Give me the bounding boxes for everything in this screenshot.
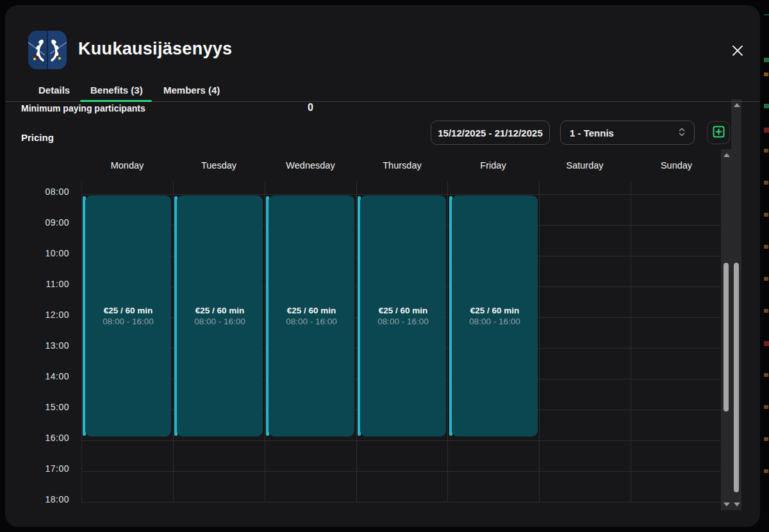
scroll-down-icon[interactable] xyxy=(734,503,740,506)
time-label: 09:00 xyxy=(24,217,69,228)
modal-scrollbar[interactable] xyxy=(731,99,741,510)
background-artifact xyxy=(764,277,768,281)
min-participants-value: 0 xyxy=(308,102,313,113)
day-header-thursday: Thursday xyxy=(356,160,448,170)
day-header-tuesday: Tuesday xyxy=(173,160,265,170)
resource-select[interactable]: 1 - Tennis xyxy=(560,121,695,145)
resource-select-value: 1 - Tennis xyxy=(570,128,614,138)
event-hours: 08:00 - 16:00 xyxy=(103,317,154,326)
event-body: €25 / 60 min 08:00 - 16:00 xyxy=(177,195,263,436)
day-header-friday: Friday xyxy=(447,160,539,170)
time-label: 13:00 xyxy=(24,340,69,351)
background-artifact xyxy=(764,437,768,441)
background-artifact xyxy=(764,58,769,62)
grid-line xyxy=(81,181,82,502)
event-body: €25 / 60 min 08:00 - 16:00 xyxy=(85,195,171,436)
time-label: 15:00 xyxy=(24,402,69,412)
pricing-event-monday[interactable]: €25 / 60 min 08:00 - 16:00 xyxy=(83,195,171,436)
tab-details[interactable]: Details xyxy=(38,85,70,96)
background-artifact xyxy=(764,405,768,409)
club-logo xyxy=(28,31,67,69)
event-price: €25 / 60 min xyxy=(287,306,336,315)
grid-line xyxy=(631,181,631,502)
background-artifact xyxy=(764,149,768,153)
background-artifact xyxy=(764,469,768,473)
pricing-event-tuesday[interactable]: €25 / 60 min 08:00 - 16:00 xyxy=(174,195,263,436)
tab-members[interactable]: Members (4) xyxy=(163,85,220,96)
modal-scrollbar-thumb[interactable] xyxy=(734,263,739,492)
day-header-wednesday: Wednesday xyxy=(265,160,356,170)
add-pricing-button[interactable] xyxy=(707,121,730,144)
tab-benefits[interactable]: Benefits (3) xyxy=(90,85,143,96)
background-artifact xyxy=(764,309,768,313)
day-header-sunday: Sunday xyxy=(631,160,722,170)
event-body: €25 / 60 min 08:00 - 16:00 xyxy=(452,195,538,436)
grid-line xyxy=(356,181,357,502)
day-header-monday: Monday xyxy=(81,160,173,170)
min-participants-label: Minimum paying participants xyxy=(21,103,145,113)
time-label: 17:00 xyxy=(24,463,69,474)
time-label: 08:00 xyxy=(24,187,69,197)
time-label: 12:00 xyxy=(24,310,69,320)
grid-line xyxy=(539,181,540,502)
grid-line xyxy=(81,194,722,195)
plus-square-icon xyxy=(713,126,725,140)
scroll-up-icon[interactable] xyxy=(724,153,730,157)
event-price: €25 / 60 min xyxy=(379,306,428,315)
grid-line xyxy=(81,502,722,503)
pricing-event-friday[interactable]: €25 / 60 min 08:00 - 16:00 xyxy=(449,195,538,436)
day-header-saturday: Saturday xyxy=(539,160,631,170)
time-label: 11:00 xyxy=(24,279,69,289)
calendar-scrollbar[interactable] xyxy=(721,149,731,510)
event-hours: 08:00 - 16:00 xyxy=(377,317,429,326)
background-artifact xyxy=(764,72,768,76)
background-artifact xyxy=(764,128,769,133)
event-hours: 08:00 - 16:00 xyxy=(194,317,245,326)
pricing-event-thursday[interactable]: €25 / 60 min 08:00 - 16:00 xyxy=(358,195,446,436)
event-price: €25 / 60 min xyxy=(104,306,153,315)
grid-line xyxy=(173,181,174,502)
background-artifact xyxy=(764,104,769,108)
date-range-picker[interactable]: 15/12/2025 - 21/12/2025 xyxy=(431,121,550,145)
scroll-up-icon[interactable] xyxy=(734,103,740,107)
scroll-down-icon[interactable] xyxy=(724,503,730,506)
close-icon[interactable] xyxy=(728,41,747,60)
pricing-event-wednesday[interactable]: €25 / 60 min 08:00 - 16:00 xyxy=(266,195,354,436)
event-price: €25 / 60 min xyxy=(195,306,245,315)
time-label: 10:00 xyxy=(24,248,69,258)
time-label: 14:00 xyxy=(24,371,69,381)
active-tab-indicator xyxy=(80,100,152,102)
background-artifact xyxy=(764,213,768,217)
chevron-up-down-icon xyxy=(679,127,685,139)
grid-line xyxy=(81,471,722,472)
background-artifact xyxy=(764,341,769,346)
background-artifact xyxy=(764,373,768,377)
background-artifact xyxy=(764,14,769,15)
event-hours: 08:00 - 16:00 xyxy=(286,317,337,326)
time-label: 16:00 xyxy=(24,433,69,443)
grid-line xyxy=(81,440,722,441)
grid-line xyxy=(265,181,265,502)
page-title: Kuukausijäsenyys xyxy=(78,39,232,59)
calendar-scrollbar-thumb[interactable] xyxy=(724,263,729,411)
screen: Kuukausijäsenyys Details Benefits (3) Me… xyxy=(0,0,769,532)
event-body: €25 / 60 min 08:00 - 16:00 xyxy=(269,195,354,436)
time-label: 18:00 xyxy=(24,494,69,504)
event-hours: 08:00 - 16:00 xyxy=(469,317,520,326)
event-price: €25 / 60 min xyxy=(470,306,520,315)
membership-modal: Kuukausijäsenyys Details Benefits (3) Me… xyxy=(5,5,760,527)
grid-line xyxy=(447,181,448,502)
background-artifact xyxy=(764,181,768,185)
pricing-section-label: Pricing xyxy=(21,132,54,143)
background-artifact xyxy=(764,245,768,249)
event-body: €25 / 60 min 08:00 - 16:00 xyxy=(360,195,446,436)
